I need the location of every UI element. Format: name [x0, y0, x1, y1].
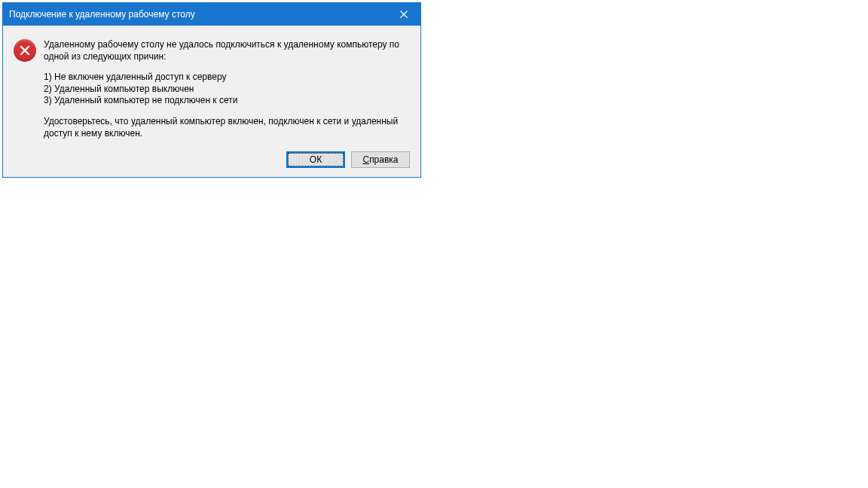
help-button[interactable]: Справка	[351, 151, 410, 168]
reason-3: 3) Удаленный компьютер не подключен к се…	[44, 95, 237, 105]
icon-cell	[14, 39, 44, 62]
reason-1: 1) Не включен удаленный доступ к серверу	[44, 72, 226, 82]
error-dialog: Подключение к удаленному рабочему столу …	[2, 2, 421, 178]
reason-2: 2) Удаленный компьютер выключен	[44, 84, 194, 94]
ok-label: ОК	[310, 154, 322, 165]
titlebar[interactable]: Подключение к удаленному рабочему столу	[3, 3, 420, 26]
message-text: Удаленному рабочему столу не удалось под…	[44, 39, 410, 139]
button-row: ОК Справка	[14, 151, 410, 168]
ok-button[interactable]: ОК	[286, 151, 345, 168]
error-icon	[14, 39, 36, 62]
help-label: Справка	[362, 154, 398, 165]
close-icon	[400, 11, 408, 18]
dialog-body: Удаленному рабочему столу не удалось под…	[3, 26, 420, 177]
close-button[interactable]	[387, 3, 420, 26]
message-reasons: 1) Не включен удаленный доступ к серверу…	[44, 72, 410, 107]
content-row: Удаленному рабочему столу не удалось под…	[14, 39, 410, 139]
dialog-title: Подключение к удаленному рабочему столу	[9, 9, 387, 20]
message-advice: Удостоверьтесь, что удаленный компьютер …	[44, 116, 410, 139]
message-intro: Удаленному рабочему столу не удалось под…	[44, 39, 410, 63]
